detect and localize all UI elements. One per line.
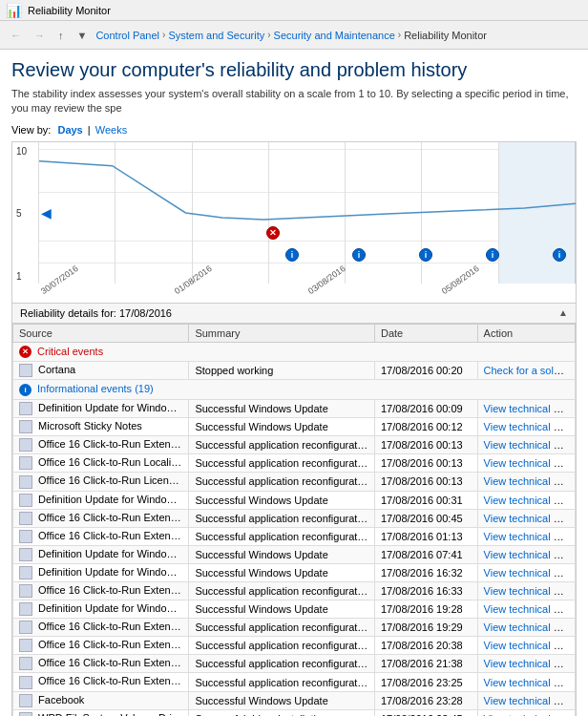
action-link[interactable]: View technical de... (484, 513, 575, 524)
action-link[interactable]: View technical de... (484, 421, 575, 432)
source-cell: Office 16 Click-to-Run Extensibilit... (13, 527, 189, 545)
y-label-10: 10 (16, 146, 34, 157)
action-link[interactable]: View technical de... (484, 403, 575, 414)
info-event-icon-4[interactable]: i (486, 248, 499, 262)
action-link[interactable]: View technical de... (484, 439, 575, 451)
back-button[interactable]: ← (6, 27, 26, 44)
chart-scroll-left[interactable]: ◀ (41, 205, 52, 221)
action-cell[interactable]: View technical de... (477, 436, 575, 454)
table-row[interactable]: Office 16 Click-to-Run Localizatio... Su… (13, 454, 576, 473)
col-header-source: Source (13, 324, 189, 342)
info-event-icon-1[interactable]: i (285, 248, 299, 262)
table-row[interactable]: Microsoft Sticky Notes Successful Window… (13, 418, 576, 436)
action-cell[interactable]: View technical de... (477, 600, 575, 619)
action-cell[interactable]: View technical de... (477, 418, 575, 436)
date-cell: 17/08/2016 00:13 (375, 454, 478, 473)
action-link[interactable]: View technical de... (484, 475, 575, 487)
breadcrumb-control-panel[interactable]: Control Panel (95, 30, 159, 41)
summary-cell: Stopped working (189, 362, 375, 380)
y-label-1: 1 (16, 271, 34, 282)
action-link[interactable]: View technical de... (484, 695, 575, 706)
action-cell[interactable]: View technical de... (477, 691, 575, 709)
chart-container[interactable]: 10 5 1 ✕ i (11, 141, 577, 304)
action-link[interactable]: View technical de... (484, 621, 575, 633)
source-name: Definition Update for Windows De... (38, 566, 189, 578)
table-row[interactable]: Office 16 Click-to-Run Extensibilit... S… (13, 509, 576, 527)
up-button[interactable]: ↑ (53, 27, 69, 44)
table-row[interactable]: Office 16 Click-to-Run Licensing ... Suc… (13, 473, 576, 491)
action-link[interactable]: View technical de... (484, 640, 575, 651)
date-cell: 17/08/2016 00:45 (375, 509, 478, 527)
table-row[interactable]: Office 16 Click-to-Run Extensibilit... S… (13, 673, 576, 691)
recent-pages-button[interactable]: ▼ (73, 27, 93, 44)
source-name: WPD FileSystem Volume Driver (38, 712, 186, 716)
date-cell: 17/08/2016 00:13 (375, 473, 478, 491)
date-cell: 17/08/2016 23:45 (375, 709, 478, 716)
view-by-weeks[interactable]: Weeks (95, 124, 127, 136)
table-row[interactable]: Office 16 Click-to-Run Extensibilit... S… (13, 527, 576, 545)
action-link[interactable]: View technical de... (484, 677, 575, 688)
summary-cell: Successful driver installation (189, 709, 375, 716)
action-cell[interactable]: View technical de... (477, 673, 575, 691)
table-row[interactable]: Office 16 Click-to-Run Extensibilit... S… (13, 582, 576, 600)
action-link[interactable]: View technical de... (484, 531, 575, 542)
action-link[interactable]: View technical de... (484, 658, 575, 669)
action-cell[interactable]: View technical de... (477, 637, 575, 655)
action-cell[interactable]: View technical de... (477, 400, 575, 418)
table-row[interactable]: Cortana Stopped working 17/08/2016 00:20… (13, 362, 576, 380)
action-link[interactable]: View technical de... (484, 585, 575, 597)
action-cell[interactable]: View technical de... (477, 527, 575, 545)
info-event-icon-3[interactable]: i (419, 248, 432, 262)
action-cell[interactable]: Check for a soluti... (477, 362, 575, 380)
action-link[interactable]: View technical de... (484, 603, 575, 615)
critical-event-icon-1[interactable]: ✕ (266, 226, 280, 240)
table-row[interactable]: Office 16 Click-to-Run Extensibilit... S… (13, 655, 576, 673)
action-cell[interactable]: View technical de... (477, 545, 575, 563)
summary-cell: Successful Windows Update (189, 600, 375, 619)
date-cell: 17/08/2016 00:09 (375, 400, 478, 418)
action-cell[interactable]: View technical de... (477, 509, 575, 527)
action-cell[interactable]: View technical de... (477, 709, 575, 716)
table-row[interactable]: Definition Update for Windows De... Succ… (13, 563, 576, 581)
source-name: Definition Update for Windows De... (38, 402, 189, 413)
source-icon (19, 694, 32, 707)
breadcrumb-security-maintenance[interactable]: Security and Maintenance (274, 30, 395, 41)
date-cell: 17/08/2016 00:13 (375, 436, 478, 454)
table-row[interactable]: Office 16 Click-to-Run Extensibilit... S… (13, 619, 576, 637)
action-cell[interactable]: View technical de... (477, 491, 575, 509)
col-header-action: Action (477, 324, 575, 342)
view-by-days[interactable]: Days (57, 124, 82, 136)
table-row[interactable]: Office 16 Click-to-Run Extensibilit... S… (13, 436, 576, 454)
action-cell[interactable]: View technical de... (477, 473, 575, 491)
source-icon (19, 548, 32, 561)
details-header-text: Reliability details for: 17/08/2016 (20, 307, 172, 319)
breadcrumb-system-security[interactable]: System and Security (168, 30, 264, 41)
action-link[interactable]: View technical de... (484, 567, 575, 579)
action-cell[interactable]: View technical de... (477, 454, 575, 473)
action-link[interactable]: View technical de... (484, 457, 575, 469)
table-row[interactable]: Office 16 Click-to-Run Extensibilit... S… (13, 637, 576, 655)
action-cell[interactable]: View technical de... (477, 563, 575, 581)
table-row[interactable]: Definition Update for Windows De... Succ… (13, 545, 576, 563)
info-event-icon-5[interactable]: i (553, 248, 566, 262)
forward-button[interactable]: → (30, 27, 50, 44)
summary-cell: Successful Windows Update (189, 691, 375, 709)
breadcrumb-sep-2: › (267, 30, 270, 40)
details-toggle[interactable]: ▲ (558, 307, 568, 318)
date-cell: 17/08/2016 23:28 (375, 691, 478, 709)
action-link[interactable]: View technical de... (484, 549, 575, 560)
source-name: Office 16 Click-to-Run Localizatio... (38, 456, 189, 468)
source-name: Office 16 Click-to-Run Extensibilit... (38, 639, 189, 650)
table-row[interactable]: Definition Update for Windows De... Succ… (13, 600, 576, 619)
table-row[interactable]: WPD FileSystem Volume Driver Successful … (13, 709, 576, 716)
info-event-icon-2[interactable]: i (352, 248, 366, 262)
action-cell[interactable]: View technical de... (477, 655, 575, 673)
table-row[interactable]: Definition Update for Windows De... Succ… (13, 491, 576, 509)
summary-cell: Successful application reconfiguration (189, 473, 375, 491)
table-row[interactable]: Facebook Successful Windows Update 17/08… (13, 691, 576, 709)
action-cell[interactable]: View technical de... (477, 582, 575, 600)
table-row[interactable]: Definition Update for Windows De... Succ… (13, 400, 576, 418)
action-link[interactable]: View technical de... (484, 495, 575, 506)
action-cell[interactable]: View technical de... (477, 619, 575, 637)
action-link[interactable]: Check for a soluti... (484, 365, 574, 376)
